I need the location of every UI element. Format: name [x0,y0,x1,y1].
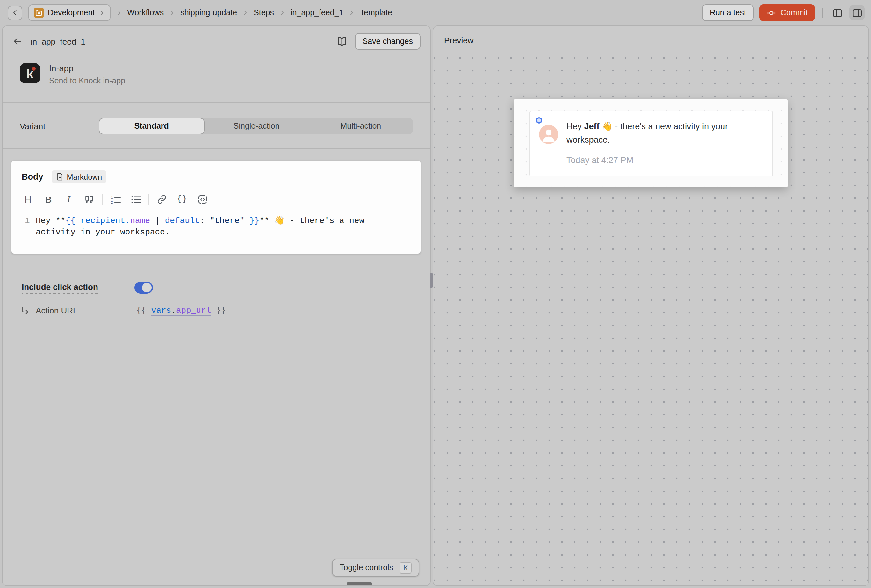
toggle-right-panel-button[interactable] [849,5,865,20]
variant-segmented-control: StandardSingle-actionMulti-action [99,118,413,135]
markdown-file-icon [56,173,64,181]
section-divider [3,102,430,103]
top-bar-actions: Run a test Commit [702,4,865,21]
section-divider [3,271,430,271]
breadcrumb: Workflowsshipping-updateStepsin_app_feed… [111,8,392,17]
knock-logo-icon: k [20,63,40,84]
action-url-label: Action URL [36,306,103,315]
chevron-right-icon [169,9,175,16]
quote-icon[interactable] [83,195,96,204]
editor-header: in_app_feed_1 Save changes [3,26,430,57]
svg-text:2: 2 [111,200,112,204]
feed-preview-container: Hey Jeff 👋 - there's a new activity in y… [513,99,787,187]
code-editor[interactable]: 1 Hey **{{ recipient.name | default: "th… [22,215,410,238]
link-icon[interactable] [156,194,168,205]
variant-option-standard[interactable]: Standard [99,118,204,135]
breadcrumb-item-Steps[interactable]: Steps [254,8,274,17]
include-click-action-toggle[interactable] [135,281,153,294]
breadcrumb-item-shipping-update[interactable]: shipping-update [180,8,237,17]
preview-title: Preview [444,36,474,45]
run-a-test-button[interactable]: Run a test [702,4,754,21]
chevron-right-icon [116,9,122,16]
body-editor-card: Body Markdown H B I [12,160,421,254]
action-url-row: Action URL {{ vars.app_url }} [3,306,430,315]
open-book-icon[interactable] [336,35,348,48]
heading-icon[interactable]: H [22,194,34,205]
environment-switcher[interactable]: Development [28,4,111,21]
variant-option-single-action[interactable]: Single-action [204,118,308,135]
variant-option-multi-action[interactable]: Multi-action [309,118,413,135]
back-chevron-icon [11,9,19,16]
commit-label: Commit [781,8,808,17]
bold-icon[interactable]: B [42,194,55,205]
channel-info: k In-app Send to Knock in-app [3,63,430,85]
bullet-list-icon[interactable] [129,195,142,204]
markdown-badge-label: Markdown [67,172,102,181]
hidden-tooltip-peek [347,582,372,586]
toolbar-divider [822,7,823,18]
body-label: Body [22,172,43,181]
breadcrumb-item-in_app_feed_1[interactable]: in_app_feed_1 [290,8,343,17]
panel-left-icon [832,7,843,18]
step-name: in_app_feed_1 [31,37,85,46]
include-click-action-label: Include click action [22,282,98,293]
preview-panel: Preview Hey Jeff 👋 - there's a new activ… [433,25,869,586]
chevron-right-icon [279,9,286,16]
unread-indicator [536,117,542,124]
save-changes-button[interactable]: Save changes [355,33,421,50]
channel-subtitle: Send to Knock in-app [49,76,125,85]
svg-text:1: 1 [111,195,112,199]
environment-folder-icon [34,7,44,18]
chevron-right-icon [349,9,355,16]
variant-row: Variant StandardSingle-actionMulti-actio… [3,118,430,135]
section-divider [3,148,430,149]
preview-header: Preview [433,26,868,55]
app-window: Development Workflowsshipping-updateStep… [0,0,871,588]
include-click-action-row: Include click action [3,281,430,294]
avatar [539,125,558,144]
breadcrumb-item-Workflows[interactable]: Workflows [127,8,164,17]
back-button[interactable] [7,5,22,20]
notification-message: Hey Jeff 👋 - there's a new activity in y… [566,120,762,147]
chevron-right-icon [99,9,105,16]
code-block-icon[interactable] [196,194,209,205]
notification-timestamp: Today at 4:27 PM [566,156,633,165]
editor-toolbar: H B I 12 [22,194,410,205]
corner-arrow-icon [20,306,29,315]
template-editor-panel: in_app_feed_1 Save changes k In-app Send… [2,25,431,586]
braces-icon[interactable]: {} [176,195,189,204]
toggle-controls-button[interactable]: Toggle controls K [332,559,419,576]
markdown-format-badge[interactable]: Markdown [52,170,107,184]
variant-label: Variant [20,121,99,131]
template-code-line[interactable]: Hey **{{ recipient.name | default: "ther… [36,215,364,238]
environment-label: Development [48,8,94,17]
breadcrumb-item-Template[interactable]: Template [360,8,392,17]
channel-title: In-app [49,64,125,73]
back-arrow-icon[interactable] [12,36,22,46]
commit-button[interactable]: Commit [759,4,815,21]
chevron-right-icon [242,9,248,16]
toggle-left-panel-button[interactable] [829,5,845,20]
keyboard-shortcut-key: K [400,561,412,574]
top-bar: Development Workflowsshipping-updateStep… [0,0,871,25]
line-number: 1 [22,215,36,238]
action-url-value[interactable]: {{ vars.app_url }} [136,306,226,315]
panel-resize-handle[interactable] [430,273,433,288]
panel-right-icon [852,7,862,18]
recipient-name: Jeff [584,122,600,131]
notification-card[interactable]: Hey Jeff 👋 - there's a new activity in y… [530,111,773,177]
italic-icon[interactable]: I [63,194,75,205]
git-commit-icon [766,8,776,18]
ordered-list-icon[interactable]: 12 [109,195,122,204]
preview-canvas: Hey Jeff 👋 - there's a new activity in y… [433,55,868,585]
